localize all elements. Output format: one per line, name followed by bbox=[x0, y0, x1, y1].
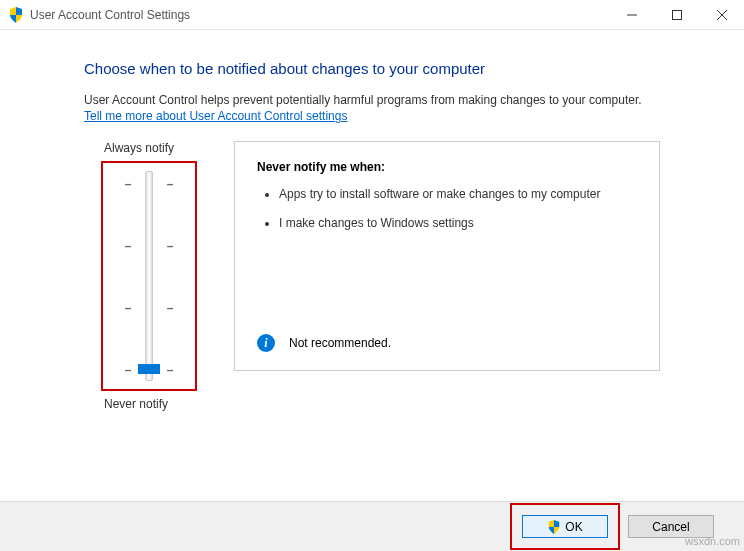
ok-highlight-box: OK bbox=[510, 503, 620, 550]
notification-info-panel: Never notify me when: Apps try to instal… bbox=[234, 141, 660, 371]
slider-tick: –– bbox=[124, 178, 174, 190]
slider-column: Always notify –– –– –– –– Never notify bbox=[84, 141, 214, 411]
page-heading: Choose when to be notified about changes… bbox=[84, 60, 660, 77]
titlebar: User Account Control Settings bbox=[0, 0, 744, 30]
watermark: wsxdn.com bbox=[685, 535, 740, 547]
minimize-button[interactable] bbox=[609, 0, 654, 29]
recommendation-text: Not recommended. bbox=[289, 336, 391, 350]
panel-title: Never notify me when: bbox=[257, 160, 637, 174]
slider-track[interactable]: –– –– –– –– bbox=[145, 171, 153, 381]
window-controls bbox=[609, 0, 744, 29]
slider-top-label: Always notify bbox=[84, 141, 214, 155]
list-item: I make changes to Windows settings bbox=[279, 215, 637, 232]
content-area: Choose when to be notified about changes… bbox=[0, 30, 744, 411]
slider-tick: –– bbox=[124, 302, 174, 314]
description-text: User Account Control helps prevent poten… bbox=[84, 93, 660, 107]
ok-label: OK bbox=[565, 520, 582, 534]
list-item: Apps try to install software or make cha… bbox=[279, 186, 637, 203]
close-button[interactable] bbox=[699, 0, 744, 29]
panel-bullet-list: Apps try to install software or make cha… bbox=[257, 186, 637, 232]
svg-rect-1 bbox=[672, 10, 681, 19]
uac-shield-icon bbox=[8, 7, 24, 23]
panel-footer: i Not recommended. bbox=[257, 334, 391, 352]
slider-bottom-label: Never notify bbox=[84, 397, 214, 411]
uac-shield-icon bbox=[547, 520, 561, 534]
slider-tick: –– bbox=[124, 240, 174, 252]
ok-button[interactable]: OK bbox=[522, 515, 608, 538]
help-link[interactable]: Tell me more about User Account Control … bbox=[84, 109, 347, 123]
body-area: Always notify –– –– –– –– Never notify N… bbox=[84, 141, 660, 411]
slider-thumb[interactable] bbox=[138, 364, 160, 374]
button-bar: OK Cancel bbox=[0, 501, 744, 551]
info-icon: i bbox=[257, 334, 275, 352]
slider-highlight-box: –– –– –– –– bbox=[101, 161, 197, 391]
maximize-button[interactable] bbox=[654, 0, 699, 29]
window-title: User Account Control Settings bbox=[30, 8, 609, 22]
